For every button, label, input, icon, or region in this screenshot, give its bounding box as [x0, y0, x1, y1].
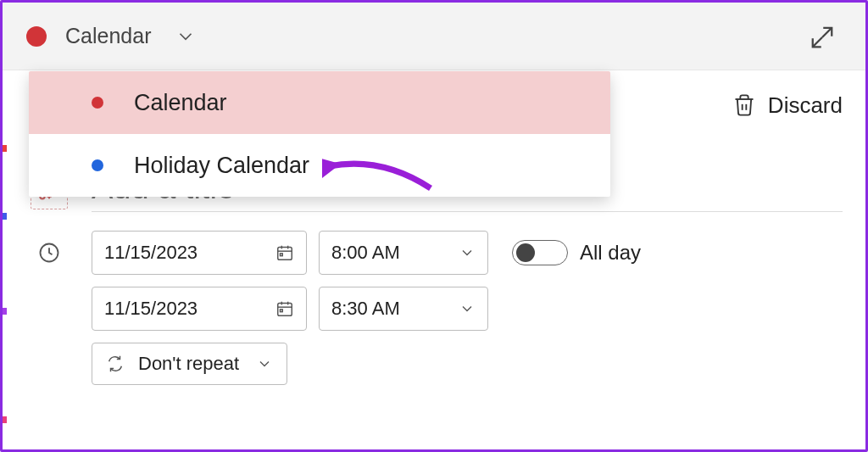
start-date-field[interactable]: 11/15/2023: [92, 231, 307, 275]
event-form: 11/15/2023 8:00 AM All day 11/15/2023 8:…: [31, 170, 843, 447]
svg-rect-11: [281, 254, 283, 256]
chevron-down-icon: [459, 244, 476, 261]
calendar-dropdown: Calendar Holiday Calendar: [29, 71, 610, 197]
allday-label: All day: [580, 241, 641, 265]
dropdown-item-label: Holiday Calendar: [134, 153, 309, 179]
end-date-field[interactable]: 11/15/2023: [92, 287, 307, 331]
header-bar: Calendar: [3, 3, 865, 70]
trash-icon: [732, 93, 756, 117]
calendar-icon: [275, 299, 294, 318]
chevron-down-icon: [459, 300, 476, 317]
chevron-down-icon: [256, 355, 273, 372]
end-date-value: 11/15/2023: [104, 298, 198, 320]
svg-rect-16: [281, 310, 283, 312]
discard-button[interactable]: Discard: [768, 92, 843, 119]
repeat-field[interactable]: Don't repeat: [92, 343, 287, 385]
repeat-label: Don't repeat: [138, 353, 239, 375]
chevron-down-icon[interactable]: [175, 25, 197, 47]
calendar-color-dot: [92, 97, 103, 109]
calendar-color-dot: [92, 159, 103, 171]
dropdown-item-calendar[interactable]: Calendar: [29, 71, 610, 134]
start-time-value: 8:00 AM: [331, 242, 400, 264]
start-date-value: 11/15/2023: [104, 242, 198, 264]
calendar-color-dot: [26, 26, 47, 47]
end-time-field[interactable]: 8:30 AM: [319, 287, 488, 331]
clock-icon: [31, 234, 68, 271]
allday-toggle[interactable]: [512, 240, 568, 265]
end-time-value: 8:30 AM: [331, 298, 400, 320]
repeat-icon: [106, 354, 125, 373]
expand-icon[interactable]: [808, 23, 837, 52]
calendar-selector-label[interactable]: Calendar: [65, 24, 151, 48]
dropdown-item-holiday-calendar[interactable]: Holiday Calendar: [29, 134, 610, 197]
dropdown-item-label: Calendar: [134, 90, 227, 116]
calendar-icon: [275, 243, 294, 262]
start-time-field[interactable]: 8:00 AM: [319, 231, 488, 275]
